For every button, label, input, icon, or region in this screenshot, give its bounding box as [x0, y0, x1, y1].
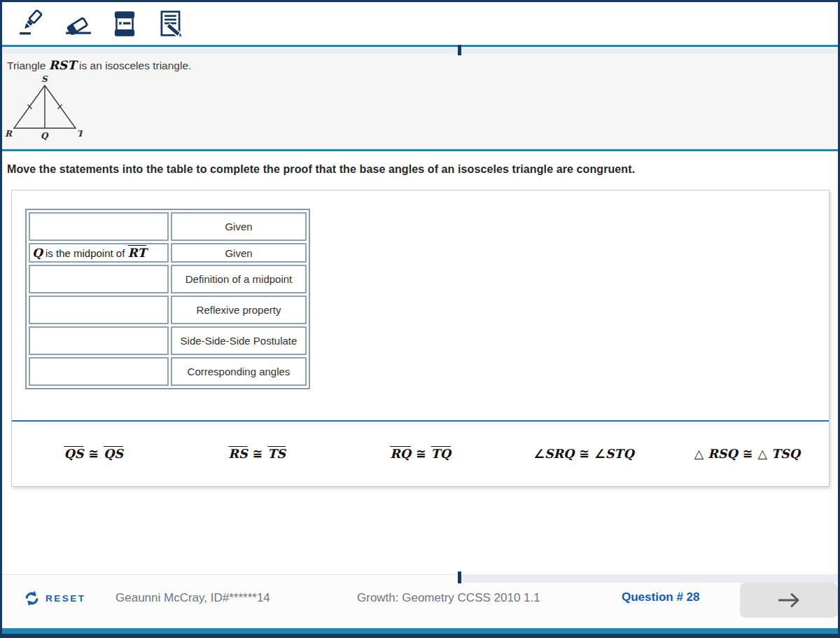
vertex-label-t: T — [77, 129, 83, 139]
highlighter-icon — [18, 9, 47, 39]
reset-button[interactable]: RESET — [24, 590, 86, 606]
test-page: Triangle RST is an isosceles triangle. S… — [0, 0, 840, 638]
proof-row-6: Corresponding angles — [29, 357, 307, 386]
triangle-figure: S R Q T — [4, 74, 840, 144]
bottom-teal-bar — [0, 628, 840, 634]
work-area: Move the statements into the table to co… — [0, 151, 840, 572]
window-edge-left — [0, 0, 2, 638]
reason-cell-3: Definition of a midpoint — [171, 265, 307, 293]
next-question-button[interactable] — [740, 583, 838, 618]
answer-panel: Given Q is the midpoint of RT Given Defi… — [11, 190, 830, 487]
triangle-icon: △ — [757, 447, 771, 461]
answer-eliminator-icon[interactable] — [110, 9, 139, 39]
segment-right: QS — [104, 447, 123, 461]
triangle-left: RSQ — [708, 447, 737, 461]
question-section: Triangle RST is an isosceles triangle. S… — [0, 47, 840, 149]
vertex-label-r: R — [5, 129, 13, 139]
triangle-right: TSQ — [771, 447, 800, 461]
statement-drop-cell-5[interactable] — [29, 326, 169, 355]
segment-left: RQ — [390, 447, 411, 461]
reset-icon — [24, 590, 40, 606]
statement-tiles-row: QS≅QS RS≅TS RQ≅TQ ∠SRQ≅∠STQ △ RSQ≅△ TSQ — [12, 422, 829, 486]
reason-cell-5: Side-Side-Side Postulate — [171, 326, 307, 355]
proof-row-5: Side-Side-Side Postulate — [29, 326, 307, 355]
bottom-navy-bar — [0, 634, 840, 638]
reason-cell-4: Reflexive property — [171, 296, 307, 324]
instruction-text: Move the statements into the table to co… — [0, 151, 840, 176]
question-number: Question # 28 — [622, 590, 699, 604]
segment-left: RS — [228, 447, 247, 461]
statement-text: is the midpoint of — [43, 247, 128, 259]
footer: RESET Geaunni McCray, ID#******14 Growth… — [0, 574, 840, 628]
answer-eliminator-icon — [110, 9, 139, 39]
segment-left: QS — [64, 447, 83, 461]
proof-table-zone: Given Q is the midpoint of RT Given Defi… — [12, 190, 829, 420]
top-divider-line — [0, 45, 840, 47]
math-segment-rt: RT — [128, 246, 146, 260]
footer-top-line — [0, 574, 459, 575]
angle-icon: ∠ — [594, 447, 606, 461]
reset-label: RESET — [46, 593, 86, 604]
vertex-label-s: S — [41, 74, 48, 84]
angle-icon: ∠ — [533, 447, 545, 461]
question-text-suffix: is an isosceles triangle. — [76, 60, 192, 71]
statement-cell-2-filled[interactable]: Q is the midpoint of RT — [29, 243, 169, 263]
statement-tile-angle-srq-stq[interactable]: ∠SRQ≅∠STQ — [502, 447, 665, 461]
congruent-symbol: ≅ — [579, 447, 589, 461]
angle-left: SRQ — [545, 447, 574, 461]
congruent-symbol: ≅ — [743, 447, 753, 461]
window-edge-top — [0, 0, 840, 2]
statement-tile-rs-ts[interactable]: RS≅TS — [175, 447, 338, 461]
question-section-strip — [0, 47, 840, 54]
math-var-q: Q — [32, 246, 43, 260]
statement-tile-triangle-rsq-tsq[interactable]: △ RSQ≅△ TSQ — [666, 447, 829, 461]
student-name: Geaunni McCray, ID#******14 — [115, 591, 270, 605]
statement-drop-cell-1[interactable] — [29, 212, 169, 241]
bottom-divider-tick — [458, 571, 461, 583]
congruent-symbol: ≅ — [416, 447, 426, 461]
footer-row: RESET Geaunni McCray, ID#******14 Growth… — [0, 583, 840, 618]
eraser-icon — [64, 9, 93, 39]
segment-right: TQ — [431, 447, 451, 461]
top-divider-tick — [458, 45, 461, 55]
reason-cell-1: Given — [171, 212, 307, 241]
vertex-label-q: Q — [41, 131, 49, 141]
angle-right: STQ — [606, 447, 634, 461]
statement-drop-cell-6[interactable] — [29, 357, 169, 386]
triangle-name: RST — [49, 58, 76, 72]
congruent-symbol: ≅ — [253, 447, 263, 461]
segment-right: TS — [267, 447, 286, 461]
notepad-icon — [156, 9, 186, 39]
proof-row-4: Reflexive property — [29, 296, 307, 324]
question-text-prefix: Triangle — [7, 60, 49, 71]
statement-tile-rq-tq[interactable]: RQ≅TQ — [339, 447, 502, 461]
congruent-symbol: ≅ — [88, 447, 99, 461]
statement-drop-cell-4[interactable] — [29, 296, 169, 324]
statement-drop-cell-3[interactable] — [29, 265, 169, 293]
notepad-icon[interactable] — [156, 9, 186, 39]
proof-row-3: Definition of a midpoint — [29, 265, 307, 293]
test-name: Growth: Geometry CCSS 2010 1.1 — [357, 591, 540, 605]
right-arrow-icon — [774, 590, 804, 610]
highlighter-icon[interactable] — [18, 9, 47, 39]
triangle-icon: △ — [694, 447, 708, 461]
proof-row-1: Given — [29, 212, 307, 241]
eraser-icon[interactable] — [64, 9, 93, 39]
proof-row-2: Q is the midpoint of RT Given — [29, 243, 307, 263]
footer-strip — [461, 574, 840, 583]
statement-tile-qs-qs[interactable]: QS≅QS — [12, 447, 175, 461]
reason-cell-6: Corresponding angles — [171, 357, 307, 386]
toolbar — [2, 2, 838, 45]
reason-cell-2: Given — [171, 243, 307, 263]
proof-table: Given Q is the midpoint of RT Given Defi… — [25, 209, 310, 389]
